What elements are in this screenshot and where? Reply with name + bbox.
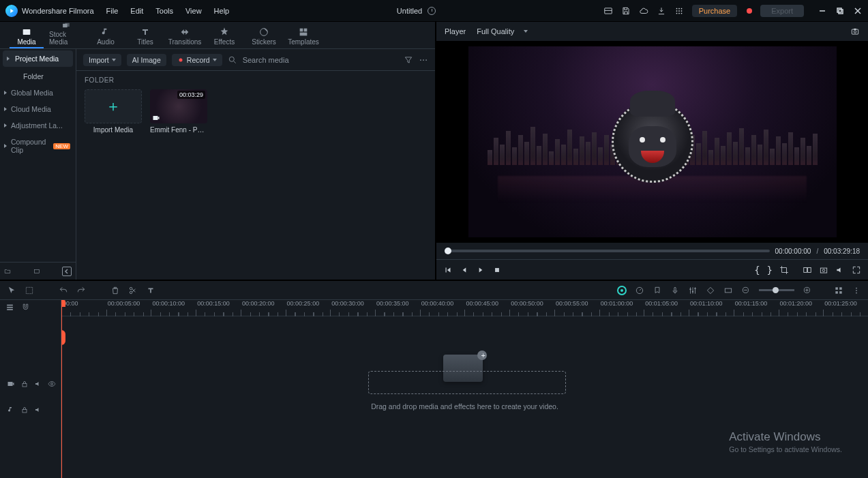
crop-icon[interactable] bbox=[779, 265, 789, 275]
snapshot-icon[interactable] bbox=[850, 27, 860, 36]
zoom-out-icon[interactable] bbox=[741, 286, 751, 295]
play-backward-button[interactable] bbox=[460, 265, 469, 275]
track-manager-icon[interactable] bbox=[5, 303, 14, 312]
sidebar-adjustment-layer[interactable]: Adjustment La... bbox=[0, 117, 76, 134]
mark-in-button[interactable]: { bbox=[754, 265, 760, 275]
record-button[interactable]: Record bbox=[172, 54, 222, 66]
sidebar-project-media[interactable]: Project Media bbox=[3, 50, 73, 67]
render-indicator[interactable] bbox=[617, 286, 627, 295]
search-input[interactable] bbox=[241, 55, 398, 65]
video-track-header[interactable] bbox=[0, 374, 61, 394]
player-quality-dropdown[interactable]: Full Quality bbox=[477, 27, 528, 35]
tab-templates[interactable]: Templates bbox=[286, 21, 320, 48]
tab-stickers[interactable]: Stickers bbox=[247, 21, 281, 48]
menu-tools[interactable]: Tools bbox=[155, 7, 173, 15]
aspect-icon[interactable] bbox=[723, 286, 733, 295]
marker-icon[interactable] bbox=[653, 286, 662, 295]
timeline-settings-icon[interactable] bbox=[852, 286, 861, 295]
window-maximize[interactable] bbox=[834, 5, 846, 17]
import-button[interactable]: Import bbox=[83, 54, 121, 66]
svg-rect-30 bbox=[153, 116, 158, 120]
layout-icon[interactable] bbox=[603, 6, 613, 16]
zoom-slider[interactable] bbox=[759, 289, 794, 291]
collapse-sidebar-button[interactable] bbox=[62, 267, 72, 276]
menu-help[interactable]: Help bbox=[214, 7, 230, 15]
lock-icon[interactable] bbox=[20, 406, 29, 414]
mute-icon[interactable] bbox=[34, 380, 42, 388]
stop-button[interactable] bbox=[492, 265, 502, 275]
autosave-icon[interactable] bbox=[428, 7, 436, 15]
visibility-icon[interactable] bbox=[48, 380, 56, 388]
tab-titles[interactable]: Titles bbox=[128, 21, 162, 48]
window-minimize[interactable] bbox=[816, 5, 828, 17]
preview-viewport[interactable] bbox=[436, 41, 868, 243]
keyframe-icon[interactable] bbox=[706, 286, 715, 295]
more-icon[interactable] bbox=[419, 55, 428, 65]
window-close[interactable] bbox=[852, 5, 864, 17]
play-button[interactable] bbox=[476, 265, 485, 275]
playhead-handle[interactable] bbox=[61, 330, 65, 345]
new-bin-icon[interactable] bbox=[33, 268, 40, 275]
text-icon[interactable] bbox=[146, 286, 155, 295]
tab-stock-media[interactable]: Stock Media bbox=[49, 21, 83, 48]
ai-image-button[interactable]: AI Image bbox=[127, 54, 166, 66]
fullscreen-icon[interactable] bbox=[852, 265, 861, 275]
pointer-tool-icon[interactable] bbox=[7, 286, 16, 295]
tab-transitions[interactable]: Transitions bbox=[168, 21, 202, 48]
plus-icon: ＋ bbox=[106, 99, 121, 114]
save-icon[interactable] bbox=[621, 6, 631, 16]
cloud-icon[interactable] bbox=[639, 6, 648, 16]
volume-icon[interactable] bbox=[835, 265, 845, 275]
notification-dot[interactable] bbox=[747, 8, 752, 14]
sidebar-compound-clip[interactable]: Compound Clip NEW bbox=[0, 134, 76, 158]
voiceover-icon[interactable] bbox=[670, 286, 680, 295]
sidebar-cloud-media[interactable]: Cloud Media bbox=[0, 101, 76, 117]
timeline-ruler[interactable]: 00:0000:00:05:0000:00:10:0000:00:15:0000… bbox=[61, 300, 868, 316]
audio-mixer-icon[interactable] bbox=[688, 286, 698, 295]
seek-handle[interactable] bbox=[445, 248, 451, 254]
delete-icon[interactable] bbox=[110, 286, 120, 295]
tab-media[interactable]: Media bbox=[10, 21, 44, 48]
apps-icon[interactable] bbox=[674, 6, 684, 16]
speed-icon[interactable] bbox=[635, 286, 644, 295]
tab-effects[interactable]: Effects bbox=[207, 21, 241, 48]
media-clip-tile[interactable]: 00:03:29 Emmit Fenn - Paintin... bbox=[150, 89, 207, 134]
split-icon[interactable] bbox=[128, 286, 138, 295]
menu-view[interactable]: View bbox=[185, 7, 202, 15]
document-title-area: Untitled bbox=[229, 7, 603, 15]
download-icon[interactable] bbox=[657, 6, 666, 16]
purchase-button[interactable]: Purchase bbox=[692, 5, 737, 17]
import-media-tile[interactable]: ＋ Import Media bbox=[85, 89, 142, 134]
prev-frame-button[interactable] bbox=[443, 265, 453, 275]
filter-icon[interactable] bbox=[404, 55, 413, 65]
mark-out-button[interactable]: } bbox=[767, 265, 773, 275]
audio-track-header[interactable] bbox=[0, 400, 61, 420]
menu-file[interactable]: File bbox=[106, 7, 119, 15]
timeline-body[interactable]: 00:0000:00:05:0000:00:10:0000:00:15:0000… bbox=[61, 300, 868, 478]
compare-icon[interactable] bbox=[803, 265, 812, 275]
redo-icon[interactable] bbox=[76, 286, 86, 295]
export-button[interactable]: Export bbox=[760, 5, 804, 17]
select-tool-icon[interactable] bbox=[25, 286, 34, 295]
document-title: Untitled bbox=[397, 7, 422, 15]
zoom-in-icon[interactable] bbox=[803, 286, 812, 295]
seek-track[interactable] bbox=[445, 250, 770, 252]
capture-icon[interactable] bbox=[819, 265, 828, 275]
playhead[interactable] bbox=[61, 300, 62, 478]
undo-icon[interactable] bbox=[59, 286, 68, 295]
sidebar-label: Cloud Media bbox=[11, 105, 51, 113]
magnet-icon[interactable] bbox=[21, 303, 30, 312]
ruler-tick: 00:00:40:00 bbox=[420, 300, 465, 316]
menu-edit[interactable]: Edit bbox=[130, 7, 143, 15]
sidebar-global-media[interactable]: Global Media bbox=[0, 85, 76, 101]
new-folder-icon[interactable] bbox=[4, 268, 11, 275]
zoom-slider-handle[interactable] bbox=[773, 287, 779, 293]
sidebar-folder[interactable]: Folder bbox=[0, 68, 76, 85]
drop-zone[interactable] bbox=[368, 371, 566, 394]
lock-icon[interactable] bbox=[20, 380, 29, 388]
grid-view-icon[interactable] bbox=[834, 286, 843, 295]
folder-header: FOLDER bbox=[76, 71, 435, 87]
tab-audio[interactable]: Audio bbox=[89, 21, 123, 48]
preview-content bbox=[468, 46, 837, 237]
mute-icon[interactable] bbox=[34, 406, 42, 414]
